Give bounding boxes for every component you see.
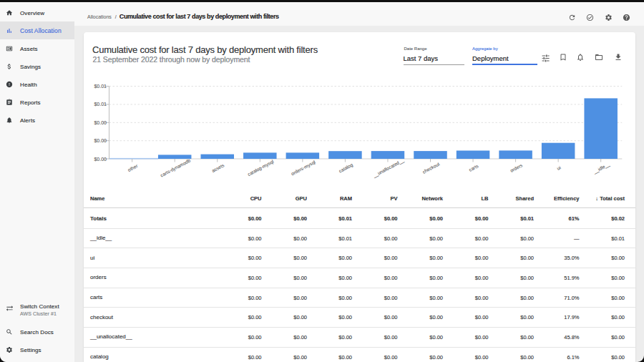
svg-text:__idle__: __idle__ — [592, 162, 611, 175]
svg-text:$0.01: $0.01 — [94, 84, 107, 89]
svg-text:carts: carts — [468, 163, 479, 172]
svg-text:$0.01: $0.01 — [94, 102, 107, 107]
svg-text:$0.00: $0.00 — [94, 120, 107, 125]
svg-text:assets: assets — [211, 162, 226, 173]
svg-text:carts-dynamodb: carts-dynamodb — [160, 157, 192, 178]
svg-text:catalog-mysql: catalog-mysql — [247, 159, 275, 177]
svg-text:orders: orders — [509, 162, 524, 173]
svg-text:ui: ui — [556, 165, 562, 171]
svg-text:catalog: catalog — [338, 162, 354, 174]
svg-text:__unallocated__: __unallocated__ — [371, 157, 405, 179]
svg-text:other: other — [127, 163, 139, 173]
svg-text:orders-mysql: orders-mysql — [290, 159, 316, 177]
svg-text:$0.00: $0.00 — [94, 138, 107, 143]
svg-text:$0.00: $0.00 — [94, 157, 107, 162]
svg-text:checkout: checkout — [421, 161, 440, 174]
